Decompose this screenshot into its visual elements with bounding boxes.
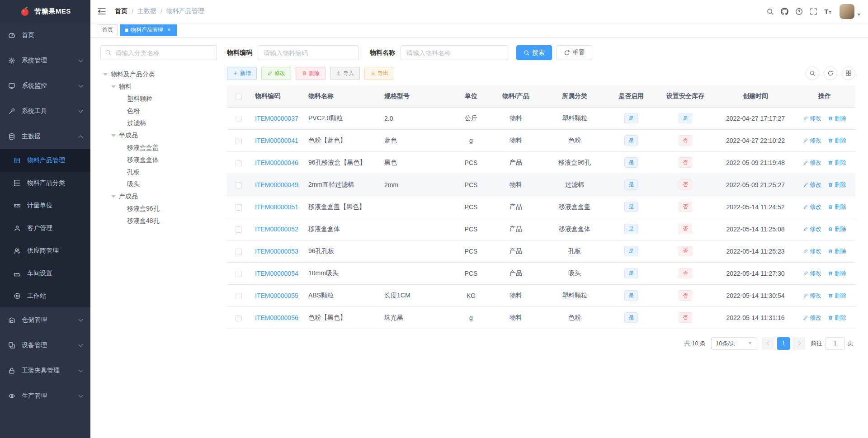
- sidebar-item-production[interactable]: 生产管理: [0, 383, 90, 409]
- edit-row-button[interactable]: 修改: [803, 114, 821, 122]
- row-checkbox[interactable]: [236, 204, 242, 211]
- tab-物料产品管理[interactable]: 物料产品管理×: [120, 24, 177, 36]
- row-checkbox[interactable]: [236, 226, 242, 233]
- material-code-link[interactable]: ITEM00000037: [255, 115, 298, 122]
- delete-button[interactable]: 删除: [296, 67, 326, 80]
- prev-page-button[interactable]: [762, 337, 774, 350]
- material-code-link[interactable]: ITEM00000055: [255, 292, 298, 299]
- sidebar-item-master-data[interactable]: 主数据: [0, 124, 90, 149]
- table-row[interactable]: ITEM0000005410mm吸头PCS产品吸头是否2022-05-14 11…: [227, 262, 855, 284]
- tree-node-移液盒盒体[interactable]: 移液盒盒体: [100, 154, 217, 166]
- material-code-link[interactable]: ITEM00000051: [255, 203, 298, 211]
- import-button[interactable]: 导入: [330, 67, 360, 80]
- material-code-link[interactable]: ITEM00000049: [255, 181, 298, 188]
- sidebar-item-home[interactable]: 首页: [0, 23, 90, 48]
- row-checkbox[interactable]: [236, 160, 242, 166]
- material-name-input[interactable]: [401, 45, 508, 60]
- tree-node-移液盒盒盖[interactable]: 移液盒盒盖: [100, 141, 217, 154]
- delete-row-button[interactable]: 删除: [828, 137, 846, 145]
- tree-node-色粉[interactable]: 色粉: [100, 105, 217, 117]
- sidebar-item-fixture[interactable]: 工装夹具管理: [0, 358, 90, 383]
- edit-row-button[interactable]: 修改: [803, 225, 821, 233]
- refresh-toggle-button[interactable]: [824, 66, 837, 80]
- sidebar-item-system[interactable]: 系统管理: [0, 48, 90, 73]
- table-row[interactable]: ITEM00000041色粉【蓝色】蓝色g物料色粉是否2022-04-27 22…: [227, 129, 855, 151]
- row-checkbox[interactable]: [236, 271, 242, 277]
- goto-page-input[interactable]: [826, 337, 844, 350]
- breadcrumb-item[interactable]: 首页: [115, 7, 127, 15]
- caret-down-icon[interactable]: [111, 195, 116, 198]
- caret-down-icon[interactable]: [103, 73, 108, 76]
- add-button[interactable]: 新增: [227, 67, 257, 80]
- edit-button[interactable]: 修改: [261, 67, 291, 80]
- user-menu[interactable]: [840, 4, 861, 19]
- sidebar-subitem-车间设置[interactable]: 车间设置: [0, 262, 90, 285]
- sidebar-item-warehouse[interactable]: 仓储管理: [0, 307, 90, 333]
- table-row[interactable]: ITEM00000037PVC2.0颗粒2.0公斤物料塑料颗粒是是2022-04…: [227, 107, 855, 129]
- sidebar-subitem-物料产品分类[interactable]: 物料产品分类: [0, 172, 90, 194]
- caret-down-icon[interactable]: [111, 134, 116, 137]
- delete-row-button[interactable]: 删除: [828, 247, 846, 255]
- edit-row-button[interactable]: 修改: [803, 314, 821, 322]
- table-row[interactable]: ITEM0000005396孔孔板PCS产品孔板是否2022-05-14 11:…: [227, 240, 855, 262]
- search-button[interactable]: [763, 0, 777, 23]
- sidebar-subitem-客户管理[interactable]: 客户管理: [0, 217, 90, 240]
- delete-row-button[interactable]: 删除: [828, 159, 846, 167]
- delete-row-button[interactable]: 删除: [828, 114, 846, 122]
- next-page-button[interactable]: [793, 337, 805, 350]
- tree-node-物料[interactable]: 物料: [100, 80, 217, 93]
- search-button[interactable]: 搜索: [516, 45, 552, 60]
- reset-button[interactable]: 重置: [557, 45, 592, 60]
- tree-node-塑料颗粒[interactable]: 塑料颗粒: [100, 93, 217, 105]
- app-logo[interactable]: 苦糖果MES: [0, 0, 90, 23]
- category-search-input[interactable]: [100, 45, 217, 60]
- edit-row-button[interactable]: 修改: [803, 159, 821, 167]
- tree-node-吸头[interactable]: 吸头: [100, 178, 217, 190]
- page-size-select[interactable]: 10条/页: [711, 337, 756, 350]
- delete-row-button[interactable]: 删除: [828, 269, 846, 278]
- delete-row-button[interactable]: 删除: [828, 292, 846, 300]
- tree-node-半成品[interactable]: 半成品: [100, 129, 217, 141]
- material-code-input[interactable]: [258, 45, 359, 60]
- sidebar-subitem-物料产品管理[interactable]: 物料产品管理: [0, 149, 90, 172]
- sidebar-subitem-工作站[interactable]: 工作站: [0, 285, 90, 307]
- delete-row-button[interactable]: 删除: [828, 225, 846, 233]
- select-all-checkbox[interactable]: [236, 94, 242, 100]
- row-checkbox[interactable]: [236, 315, 242, 321]
- tree-node-移液盒48孔[interactable]: 移液盒48孔: [100, 215, 217, 227]
- edit-row-button[interactable]: 修改: [803, 292, 821, 300]
- table-row[interactable]: ITEM00000055ABS颗粒长度1CMKG物料塑料颗粒是否2022-05-…: [227, 284, 855, 306]
- row-checkbox[interactable]: [236, 116, 242, 122]
- tree-node-移液盒96孔[interactable]: 移液盒96孔: [100, 203, 217, 215]
- material-code-link[interactable]: ITEM00000053: [255, 248, 298, 255]
- breadcrumb-item[interactable]: 主数据: [137, 7, 156, 15]
- delete-row-button[interactable]: 删除: [828, 203, 846, 211]
- sidebar-item-device[interactable]: 设备管理: [0, 333, 90, 358]
- edit-row-button[interactable]: 修改: [803, 137, 821, 145]
- edit-row-button[interactable]: 修改: [803, 247, 821, 255]
- caret-down-icon[interactable]: [111, 85, 116, 88]
- table-row[interactable]: ITEM00000051移液盒盒盖【黑色】PCS产品移液盒盒盖是否2022-05…: [227, 196, 855, 218]
- tree-node-物料及产品分类[interactable]: 物料及产品分类: [100, 68, 217, 80]
- delete-row-button[interactable]: 删除: [828, 181, 846, 189]
- edit-row-button[interactable]: 修改: [803, 181, 821, 189]
- export-button[interactable]: 导出: [364, 67, 394, 80]
- fullscreen-button[interactable]: [806, 0, 821, 23]
- table-row[interactable]: ITEM00000056色粉【黑色】珠光黑g物料色粉是否2022-05-14 1…: [227, 306, 855, 329]
- tree-node-产成品[interactable]: 产成品: [100, 190, 217, 203]
- sidebar-subitem-供应商管理[interactable]: 供应商管理: [0, 240, 90, 262]
- row-checkbox[interactable]: [236, 293, 242, 299]
- material-code-link[interactable]: ITEM00000041: [255, 137, 298, 144]
- font-size-button[interactable]: TT: [821, 0, 835, 23]
- material-code-link[interactable]: ITEM00000052: [255, 226, 298, 233]
- search-toggle-button[interactable]: [806, 66, 819, 80]
- material-code-link[interactable]: ITEM00000056: [255, 314, 298, 321]
- tree-node-过滤棉[interactable]: 过滤棉: [100, 117, 217, 129]
- row-checkbox[interactable]: [236, 138, 242, 144]
- columns-toggle-button[interactable]: [842, 66, 855, 80]
- question-button[interactable]: [792, 0, 806, 23]
- delete-row-button[interactable]: 删除: [828, 314, 846, 322]
- tab-首页[interactable]: 首页: [98, 24, 118, 36]
- table-row[interactable]: ITEM000000492mm直径过滤棉2mmPCS物料过滤棉是否2022-05…: [227, 174, 855, 196]
- sidebar-subitem-计量单位[interactable]: 计量单位: [0, 194, 90, 217]
